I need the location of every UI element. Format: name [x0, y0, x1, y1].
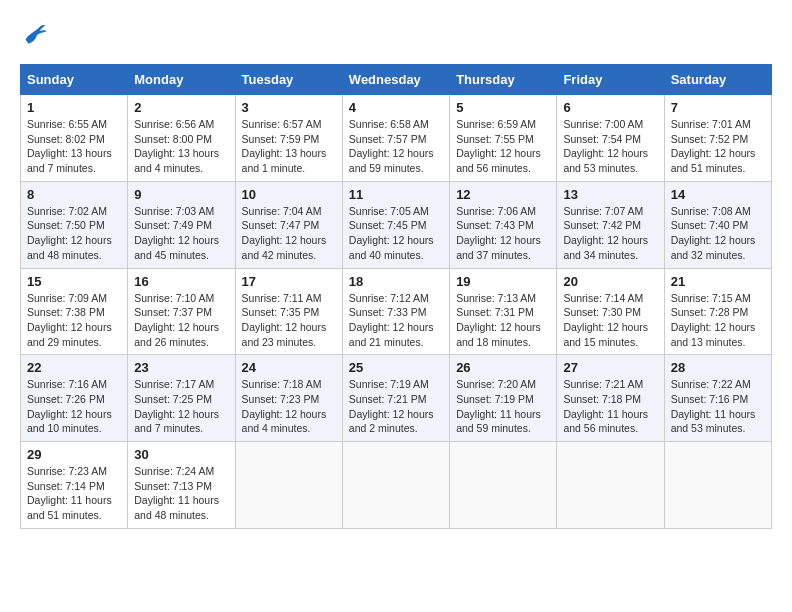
day-number: 1: [27, 100, 121, 115]
calendar-cell: 14 Sunrise: 7:08 AM Sunset: 7:40 PM Dayl…: [664, 181, 771, 268]
day-info: Sunrise: 7:24 AM Sunset: 7:13 PM Dayligh…: [134, 464, 228, 523]
calendar-table: SundayMondayTuesdayWednesdayThursdayFrid…: [20, 64, 772, 529]
calendar-cell: 6 Sunrise: 7:00 AM Sunset: 7:54 PM Dayli…: [557, 95, 664, 182]
day-number: 28: [671, 360, 765, 375]
day-number: 16: [134, 274, 228, 289]
day-number: 20: [563, 274, 657, 289]
day-info: Sunrise: 7:03 AM Sunset: 7:49 PM Dayligh…: [134, 204, 228, 263]
day-number: 8: [27, 187, 121, 202]
calendar-cell: 4 Sunrise: 6:58 AM Sunset: 7:57 PM Dayli…: [342, 95, 449, 182]
day-info: Sunrise: 6:58 AM Sunset: 7:57 PM Dayligh…: [349, 117, 443, 176]
day-number: 4: [349, 100, 443, 115]
calendar-week-row: 22 Sunrise: 7:16 AM Sunset: 7:26 PM Dayl…: [21, 355, 772, 442]
day-info: Sunrise: 7:22 AM Sunset: 7:16 PM Dayligh…: [671, 377, 765, 436]
day-info: Sunrise: 7:10 AM Sunset: 7:37 PM Dayligh…: [134, 291, 228, 350]
calendar-cell: 15 Sunrise: 7:09 AM Sunset: 7:38 PM Dayl…: [21, 268, 128, 355]
calendar-week-row: 1 Sunrise: 6:55 AM Sunset: 8:02 PM Dayli…: [21, 95, 772, 182]
calendar-cell: 5 Sunrise: 6:59 AM Sunset: 7:55 PM Dayli…: [450, 95, 557, 182]
day-info: Sunrise: 6:55 AM Sunset: 8:02 PM Dayligh…: [27, 117, 121, 176]
day-info: Sunrise: 7:08 AM Sunset: 7:40 PM Dayligh…: [671, 204, 765, 263]
day-info: Sunrise: 7:12 AM Sunset: 7:33 PM Dayligh…: [349, 291, 443, 350]
day-info: Sunrise: 7:11 AM Sunset: 7:35 PM Dayligh…: [242, 291, 336, 350]
day-number: 22: [27, 360, 121, 375]
calendar-cell: 25 Sunrise: 7:19 AM Sunset: 7:21 PM Dayl…: [342, 355, 449, 442]
day-info: Sunrise: 7:06 AM Sunset: 7:43 PM Dayligh…: [456, 204, 550, 263]
calendar-cell: 9 Sunrise: 7:03 AM Sunset: 7:49 PM Dayli…: [128, 181, 235, 268]
day-info: Sunrise: 7:16 AM Sunset: 7:26 PM Dayligh…: [27, 377, 121, 436]
calendar-cell: 23 Sunrise: 7:17 AM Sunset: 7:25 PM Dayl…: [128, 355, 235, 442]
day-number: 21: [671, 274, 765, 289]
calendar-header-row: SundayMondayTuesdayWednesdayThursdayFrid…: [21, 65, 772, 95]
calendar-cell: [557, 442, 664, 529]
calendar-cell: [342, 442, 449, 529]
day-number: 19: [456, 274, 550, 289]
day-number: 29: [27, 447, 121, 462]
calendar-cell: [664, 442, 771, 529]
day-number: 18: [349, 274, 443, 289]
calendar-header-tuesday: Tuesday: [235, 65, 342, 95]
calendar-cell: 30 Sunrise: 7:24 AM Sunset: 7:13 PM Dayl…: [128, 442, 235, 529]
day-number: 3: [242, 100, 336, 115]
calendar-cell: 24 Sunrise: 7:18 AM Sunset: 7:23 PM Dayl…: [235, 355, 342, 442]
calendar-cell: 8 Sunrise: 7:02 AM Sunset: 7:50 PM Dayli…: [21, 181, 128, 268]
day-info: Sunrise: 7:21 AM Sunset: 7:18 PM Dayligh…: [563, 377, 657, 436]
calendar-cell: 10 Sunrise: 7:04 AM Sunset: 7:47 PM Dayl…: [235, 181, 342, 268]
calendar-cell: 16 Sunrise: 7:10 AM Sunset: 7:37 PM Dayl…: [128, 268, 235, 355]
day-info: Sunrise: 7:09 AM Sunset: 7:38 PM Dayligh…: [27, 291, 121, 350]
day-number: 13: [563, 187, 657, 202]
day-number: 25: [349, 360, 443, 375]
day-number: 5: [456, 100, 550, 115]
day-number: 26: [456, 360, 550, 375]
calendar-cell: 12 Sunrise: 7:06 AM Sunset: 7:43 PM Dayl…: [450, 181, 557, 268]
calendar-week-row: 29 Sunrise: 7:23 AM Sunset: 7:14 PM Dayl…: [21, 442, 772, 529]
calendar-cell: 7 Sunrise: 7:01 AM Sunset: 7:52 PM Dayli…: [664, 95, 771, 182]
logo: [20, 20, 52, 48]
day-info: Sunrise: 6:57 AM Sunset: 7:59 PM Dayligh…: [242, 117, 336, 176]
day-number: 24: [242, 360, 336, 375]
day-number: 15: [27, 274, 121, 289]
day-number: 11: [349, 187, 443, 202]
day-info: Sunrise: 7:04 AM Sunset: 7:47 PM Dayligh…: [242, 204, 336, 263]
day-info: Sunrise: 7:07 AM Sunset: 7:42 PM Dayligh…: [563, 204, 657, 263]
calendar-cell: 17 Sunrise: 7:11 AM Sunset: 7:35 PM Dayl…: [235, 268, 342, 355]
calendar-cell: 22 Sunrise: 7:16 AM Sunset: 7:26 PM Dayl…: [21, 355, 128, 442]
calendar-cell: 27 Sunrise: 7:21 AM Sunset: 7:18 PM Dayl…: [557, 355, 664, 442]
calendar-cell: 26 Sunrise: 7:20 AM Sunset: 7:19 PM Dayl…: [450, 355, 557, 442]
calendar-header-friday: Friday: [557, 65, 664, 95]
day-number: 12: [456, 187, 550, 202]
day-number: 9: [134, 187, 228, 202]
day-number: 27: [563, 360, 657, 375]
calendar-header-thursday: Thursday: [450, 65, 557, 95]
day-number: 17: [242, 274, 336, 289]
calendar-header-wednesday: Wednesday: [342, 65, 449, 95]
calendar-cell: 20 Sunrise: 7:14 AM Sunset: 7:30 PM Dayl…: [557, 268, 664, 355]
calendar-header-sunday: Sunday: [21, 65, 128, 95]
day-info: Sunrise: 6:56 AM Sunset: 8:00 PM Dayligh…: [134, 117, 228, 176]
day-info: Sunrise: 7:15 AM Sunset: 7:28 PM Dayligh…: [671, 291, 765, 350]
calendar-header-saturday: Saturday: [664, 65, 771, 95]
day-info: Sunrise: 7:19 AM Sunset: 7:21 PM Dayligh…: [349, 377, 443, 436]
day-info: Sunrise: 7:05 AM Sunset: 7:45 PM Dayligh…: [349, 204, 443, 263]
day-info: Sunrise: 7:17 AM Sunset: 7:25 PM Dayligh…: [134, 377, 228, 436]
calendar-week-row: 15 Sunrise: 7:09 AM Sunset: 7:38 PM Dayl…: [21, 268, 772, 355]
day-number: 6: [563, 100, 657, 115]
calendar-cell: 13 Sunrise: 7:07 AM Sunset: 7:42 PM Dayl…: [557, 181, 664, 268]
day-number: 14: [671, 187, 765, 202]
day-number: 7: [671, 100, 765, 115]
day-info: Sunrise: 7:02 AM Sunset: 7:50 PM Dayligh…: [27, 204, 121, 263]
calendar-cell: [450, 442, 557, 529]
calendar-cell: 3 Sunrise: 6:57 AM Sunset: 7:59 PM Dayli…: [235, 95, 342, 182]
page-header: [20, 20, 772, 48]
calendar-cell: 29 Sunrise: 7:23 AM Sunset: 7:14 PM Dayl…: [21, 442, 128, 529]
calendar-cell: 28 Sunrise: 7:22 AM Sunset: 7:16 PM Dayl…: [664, 355, 771, 442]
day-info: Sunrise: 7:23 AM Sunset: 7:14 PM Dayligh…: [27, 464, 121, 523]
day-info: Sunrise: 7:00 AM Sunset: 7:54 PM Dayligh…: [563, 117, 657, 176]
day-number: 2: [134, 100, 228, 115]
calendar-cell: 11 Sunrise: 7:05 AM Sunset: 7:45 PM Dayl…: [342, 181, 449, 268]
calendar-cell: 1 Sunrise: 6:55 AM Sunset: 8:02 PM Dayli…: [21, 95, 128, 182]
calendar-cell: [235, 442, 342, 529]
day-info: Sunrise: 7:14 AM Sunset: 7:30 PM Dayligh…: [563, 291, 657, 350]
day-info: Sunrise: 7:20 AM Sunset: 7:19 PM Dayligh…: [456, 377, 550, 436]
day-number: 30: [134, 447, 228, 462]
calendar-cell: 19 Sunrise: 7:13 AM Sunset: 7:31 PM Dayl…: [450, 268, 557, 355]
